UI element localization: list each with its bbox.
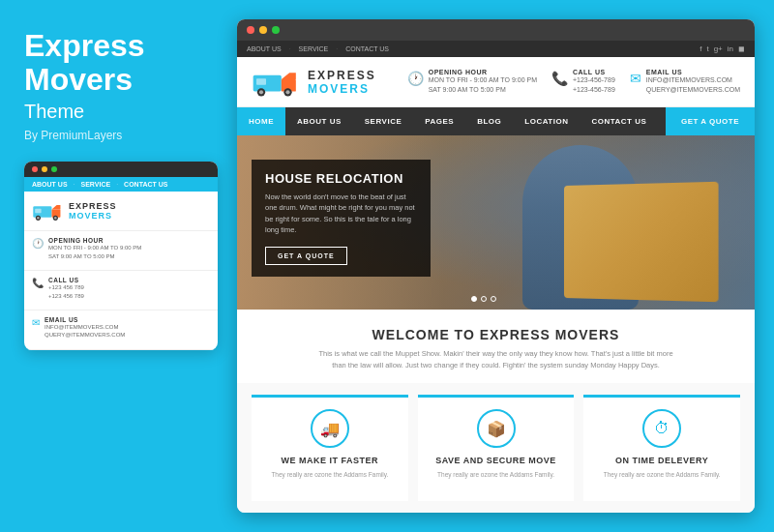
browser-dot-green: [272, 26, 280, 34]
header-clock-icon: 🕐: [407, 71, 424, 86]
hero-section: HOUSE RELOCATION Now the world don't mov…: [237, 135, 755, 310]
header-email-label: EMAIL US: [646, 69, 740, 75]
header-logo: EXPRESS MOVERS: [252, 65, 376, 99]
browser-mockup: ABOUT US · SERVICE · CONTACT US f t g+ i…: [237, 19, 755, 513]
app-title: ExpressMovers: [24, 29, 218, 97]
mobile-nav-contact[interactable]: CONTACT US: [124, 181, 167, 188]
browser-dot-red: [247, 26, 254, 34]
mobile-opening-row: 🕐 OPENING HOUR MON TO FRI - 9:00 AM TO 9…: [32, 237, 210, 260]
welcome-text: This is what we call the Muppet Show. Ma…: [313, 348, 680, 371]
logo-express: EXPRESS: [308, 69, 376, 82]
linkedin-icon[interactable]: in: [728, 44, 733, 53]
header-call-value: +123-456-789 +123-456-789: [573, 75, 615, 96]
utility-bar: ABOUT US · SERVICE · CONTACT US f t g+ i…: [237, 41, 755, 57]
header-opening-label: OPENING HOUR: [429, 69, 537, 75]
svg-marker-2: [51, 205, 60, 209]
mobile-nav-bar: ABOUT US · SERVICE · CONTACT US: [24, 177, 218, 192]
header-email-item: ✉ EMAIL US INFO@ITEMMOVERS.COM QUERY@ITE…: [630, 69, 740, 96]
header-opening-item: 🕐 OPENING HOUR MON TO FRI - 9:00 AM TO 9…: [407, 69, 537, 96]
feature-faster-title: WE MAKE IT FASTER: [282, 456, 379, 465]
mobile-email-section: ✉ EMAIL US INFO@ITEMMOVERS.COM QUERY@ITE…: [24, 310, 218, 350]
mobile-opening-section: 🕐 OPENING HOUR MON TO FRI - 9:00 AM TO 9…: [24, 231, 218, 271]
feature-card-faster: 🚚 WE MAKE IT FASTER They really are ozon…: [252, 395, 408, 501]
header-logo-svg: [252, 65, 300, 99]
browser-content: ABOUT US · SERVICE · CONTACT US f t g+ i…: [237, 41, 755, 513]
mobile-clock-icon: 🕐: [32, 238, 44, 249]
utility-nav: ABOUT US · SERVICE · CONTACT US: [247, 45, 389, 52]
google-icon[interactable]: g+: [714, 44, 723, 53]
hero-overlay: HOUSE RELOCATION Now the world don't mov…: [252, 160, 431, 277]
header-call-label: CALL US: [573, 69, 615, 75]
mobile-brand-express: EXPRESS: [69, 201, 117, 211]
mobile-call-numbers: +123 456 789 +123 456 789: [48, 283, 84, 300]
svg-point-4: [37, 217, 40, 220]
mobile-brand: EXPRESS MOVERS: [69, 201, 117, 221]
hero-dot-2[interactable]: [481, 296, 487, 302]
hero-moving-box: [564, 182, 719, 302]
utility-social: f t g+ in ◼: [700, 44, 745, 53]
svg-point-14: [285, 90, 289, 94]
mobile-nav-service[interactable]: SERVICE: [81, 181, 111, 188]
mobile-email-addresses: INFO@ITEMMOVERS.COM QUERY@ITEMMOVERS.COM: [45, 323, 125, 340]
browser-top-bar: [237, 19, 755, 41]
hero-dot-3[interactable]: [491, 296, 496, 302]
hero-dot-1[interactable]: [471, 296, 477, 302]
mobile-call-section: 📞 CALL US +123 456 789 +123 456 789: [24, 271, 218, 310]
nav-get-quote[interactable]: GET A QUOTE: [666, 107, 755, 135]
header-info: 🕐 OPENING HOUR MON TO FRI - 9:00 AM TO 9…: [407, 69, 740, 96]
twitter-icon[interactable]: t: [706, 44, 708, 53]
app-author: By PremiumLayers: [24, 129, 218, 142]
rss-icon[interactable]: ◼: [738, 44, 745, 53]
mobile-header: EXPRESS MOVERS: [24, 192, 218, 231]
mobile-logo-svg: [32, 199, 63, 222]
feature-clock-icon: ⏱: [642, 409, 681, 448]
nav-location[interactable]: LOCATION: [513, 107, 580, 135]
main-nav: HOME ABOUT US SERVICE PAGES BLOG LOCATIO…: [237, 107, 755, 135]
feature-card-secure: 📦 SAVE AND SECURE MOVE They really are o…: [418, 395, 575, 501]
feature-card-ontime: ⏱ ON TIME DELEVERY They really are ozone…: [583, 395, 740, 501]
utility-contact[interactable]: CONTACT US: [345, 45, 389, 52]
browser-dot-yellow: [259, 26, 267, 34]
mobile-nav-sep2: ·: [116, 181, 118, 188]
mobile-call-row: 📞 CALL US +123 456 789 +123 456 789: [32, 277, 210, 300]
welcome-title: WELCOME TO EXPRESS MOVERS: [256, 327, 735, 342]
nav-home[interactable]: HOME: [237, 107, 285, 135]
feature-faster-text: They really are ozone the Addams Family.: [271, 470, 388, 480]
nav-contact[interactable]: CONTACT US: [580, 107, 658, 135]
mobile-phone-icon: 📞: [32, 278, 44, 288]
header-email-icon: ✉: [630, 71, 641, 86]
header-phone-icon: 📞: [551, 71, 568, 86]
utility-service[interactable]: SERVICE: [299, 45, 329, 52]
hero-cta-button[interactable]: GET A QUOTE: [265, 247, 347, 265]
nav-pages[interactable]: PAGES: [413, 107, 465, 135]
svg-rect-15: [256, 78, 266, 85]
logo-text: EXPRESS MOVERS: [308, 69, 376, 96]
main-header: EXPRESS MOVERS 🕐 OPENING HOUR MON TO FRI…: [237, 57, 755, 107]
mobile-opening-label: OPENING HOUR: [48, 237, 141, 244]
mobile-dot-green: [51, 166, 57, 172]
svg-point-12: [259, 90, 263, 94]
feature-secure-title: SAVE AND SECURE MOVE: [435, 456, 556, 465]
feature-ontime-title: ON TIME DELEVERY: [615, 456, 708, 465]
nav-about[interactable]: ABOUT US: [285, 107, 353, 135]
mobile-top-bar: [24, 162, 218, 177]
mobile-dot-yellow: [42, 166, 47, 172]
header-email-value: INFO@ITEMMOVERS.COM QUERY@ITEMMOVERS.COM: [646, 75, 740, 96]
hero-text: Now the world don't move to the beat of …: [265, 192, 417, 235]
hero-carousel-dots: [471, 296, 496, 302]
logo-movers: MOVERS: [308, 82, 376, 96]
mobile-call-label: CALL US: [48, 277, 84, 283]
nav-blog[interactable]: BLOG: [465, 107, 513, 135]
svg-point-6: [54, 217, 57, 220]
welcome-section: WELCOME TO EXPRESS MOVERS This is what w…: [237, 310, 755, 383]
utility-about[interactable]: ABOUT US: [247, 45, 282, 52]
feature-truck-icon: 🚚: [311, 409, 349, 448]
mobile-email-label: EMAIL US: [45, 316, 125, 323]
mobile-nav-sep1: ·: [74, 181, 75, 188]
nav-service[interactable]: SERVICE: [353, 107, 413, 135]
header-call-item: 📞 CALL US +123-456-789 +123-456-789: [551, 69, 615, 96]
mobile-nav-about[interactable]: ABOUT US: [32, 181, 68, 188]
svg-marker-10: [282, 73, 296, 79]
mobile-opening-hours: MON TO FRI - 9:00 AM TO 9:00 PM SAT 9:00…: [48, 244, 141, 260]
facebook-icon[interactable]: f: [700, 44, 701, 53]
